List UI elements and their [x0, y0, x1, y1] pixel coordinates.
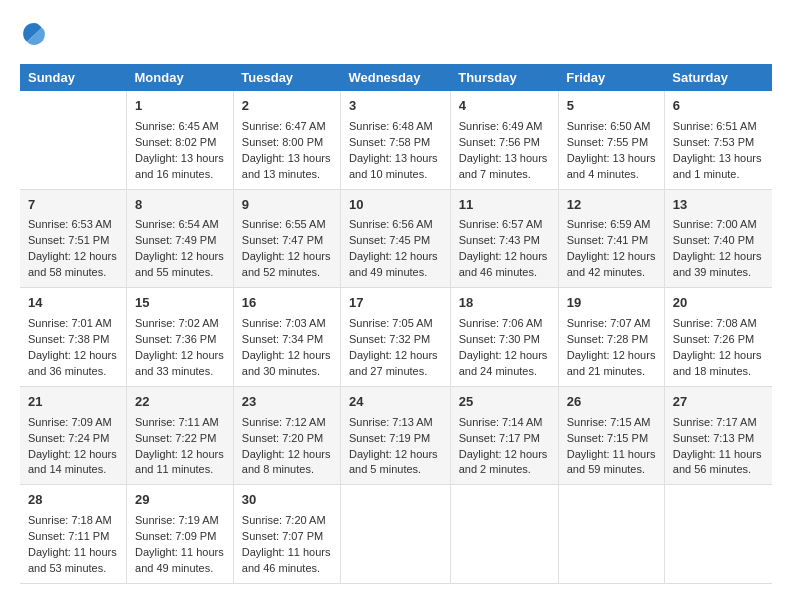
daylight-text: Daylight: 11 hours and 46 minutes. [242, 545, 332, 577]
sunrise-text: Sunrise: 6:50 AM [567, 119, 656, 135]
day-number: 5 [567, 97, 656, 116]
calendar-cell: 13Sunrise: 7:00 AMSunset: 7:40 PMDayligh… [664, 189, 772, 288]
day-number: 27 [673, 393, 764, 412]
calendar-cell [340, 485, 450, 584]
daylight-text: Daylight: 12 hours and 14 minutes. [28, 447, 118, 479]
calendar-week-row: 1Sunrise: 6:45 AMSunset: 8:02 PMDaylight… [20, 91, 772, 189]
daylight-text: Daylight: 12 hours and 30 minutes. [242, 348, 332, 380]
sunrise-text: Sunrise: 7:03 AM [242, 316, 332, 332]
day-number: 22 [135, 393, 225, 412]
sunset-text: Sunset: 7:43 PM [459, 233, 550, 249]
daylight-text: Daylight: 12 hours and 46 minutes. [459, 249, 550, 281]
daylight-text: Daylight: 12 hours and 49 minutes. [349, 249, 442, 281]
sunset-text: Sunset: 7:32 PM [349, 332, 442, 348]
calendar-cell: 21Sunrise: 7:09 AMSunset: 7:24 PMDayligh… [20, 386, 127, 485]
sunrise-text: Sunrise: 7:19 AM [135, 513, 225, 529]
sunset-text: Sunset: 7:58 PM [349, 135, 442, 151]
daylight-text: Daylight: 11 hours and 59 minutes. [567, 447, 656, 479]
calendar-cell: 8Sunrise: 6:54 AMSunset: 7:49 PMDaylight… [127, 189, 234, 288]
calendar-cell: 2Sunrise: 6:47 AMSunset: 8:00 PMDaylight… [233, 91, 340, 189]
day-number: 26 [567, 393, 656, 412]
calendar-cell [558, 485, 664, 584]
calendar-cell: 28Sunrise: 7:18 AMSunset: 7:11 PMDayligh… [20, 485, 127, 584]
sunset-text: Sunset: 7:26 PM [673, 332, 764, 348]
day-number: 25 [459, 393, 550, 412]
sunrise-text: Sunrise: 7:06 AM [459, 316, 550, 332]
header-day: Thursday [450, 64, 558, 91]
daylight-text: Daylight: 12 hours and 39 minutes. [673, 249, 764, 281]
sunset-text: Sunset: 7:41 PM [567, 233, 656, 249]
calendar-cell: 14Sunrise: 7:01 AMSunset: 7:38 PMDayligh… [20, 288, 127, 387]
sunset-text: Sunset: 7:24 PM [28, 431, 118, 447]
sunrise-text: Sunrise: 6:56 AM [349, 217, 442, 233]
day-number: 30 [242, 491, 332, 510]
daylight-text: Daylight: 13 hours and 10 minutes. [349, 151, 442, 183]
daylight-text: Daylight: 11 hours and 56 minutes. [673, 447, 764, 479]
sunrise-text: Sunrise: 7:17 AM [673, 415, 764, 431]
day-number: 15 [135, 294, 225, 313]
sunset-text: Sunset: 7:15 PM [567, 431, 656, 447]
sunset-text: Sunset: 7:20 PM [242, 431, 332, 447]
daylight-text: Daylight: 12 hours and 2 minutes. [459, 447, 550, 479]
sunrise-text: Sunrise: 7:09 AM [28, 415, 118, 431]
day-number: 12 [567, 196, 656, 215]
sunset-text: Sunset: 7:34 PM [242, 332, 332, 348]
sunrise-text: Sunrise: 7:14 AM [459, 415, 550, 431]
calendar-cell: 27Sunrise: 7:17 AMSunset: 7:13 PMDayligh… [664, 386, 772, 485]
daylight-text: Daylight: 12 hours and 18 minutes. [673, 348, 764, 380]
logo [20, 20, 52, 48]
day-number: 10 [349, 196, 442, 215]
sunrise-text: Sunrise: 6:54 AM [135, 217, 225, 233]
day-number: 2 [242, 97, 332, 116]
day-number: 18 [459, 294, 550, 313]
sunrise-text: Sunrise: 7:13 AM [349, 415, 442, 431]
calendar-table: SundayMondayTuesdayWednesdayThursdayFrid… [20, 64, 772, 584]
daylight-text: Daylight: 12 hours and 24 minutes. [459, 348, 550, 380]
calendar-cell: 10Sunrise: 6:56 AMSunset: 7:45 PMDayligh… [340, 189, 450, 288]
day-number: 11 [459, 196, 550, 215]
sunrise-text: Sunrise: 7:18 AM [28, 513, 118, 529]
daylight-text: Daylight: 13 hours and 4 minutes. [567, 151, 656, 183]
sunrise-text: Sunrise: 6:59 AM [567, 217, 656, 233]
calendar-cell: 12Sunrise: 6:59 AMSunset: 7:41 PMDayligh… [558, 189, 664, 288]
calendar-cell: 7Sunrise: 6:53 AMSunset: 7:51 PMDaylight… [20, 189, 127, 288]
daylight-text: Daylight: 12 hours and 27 minutes. [349, 348, 442, 380]
day-number: 1 [135, 97, 225, 116]
sunset-text: Sunset: 7:28 PM [567, 332, 656, 348]
sunset-text: Sunset: 8:00 PM [242, 135, 332, 151]
sunrise-text: Sunrise: 6:55 AM [242, 217, 332, 233]
daylight-text: Daylight: 12 hours and 21 minutes. [567, 348, 656, 380]
sunset-text: Sunset: 7:17 PM [459, 431, 550, 447]
sunset-text: Sunset: 7:51 PM [28, 233, 118, 249]
sunset-text: Sunset: 7:07 PM [242, 529, 332, 545]
calendar-cell: 23Sunrise: 7:12 AMSunset: 7:20 PMDayligh… [233, 386, 340, 485]
calendar-cell: 5Sunrise: 6:50 AMSunset: 7:55 PMDaylight… [558, 91, 664, 189]
sunset-text: Sunset: 7:45 PM [349, 233, 442, 249]
calendar-cell: 17Sunrise: 7:05 AMSunset: 7:32 PMDayligh… [340, 288, 450, 387]
header-day: Wednesday [340, 64, 450, 91]
daylight-text: Daylight: 13 hours and 1 minute. [673, 151, 764, 183]
header-day: Monday [127, 64, 234, 91]
daylight-text: Daylight: 11 hours and 53 minutes. [28, 545, 118, 577]
daylight-text: Daylight: 13 hours and 7 minutes. [459, 151, 550, 183]
header-row: SundayMondayTuesdayWednesdayThursdayFrid… [20, 64, 772, 91]
calendar-cell: 20Sunrise: 7:08 AMSunset: 7:26 PMDayligh… [664, 288, 772, 387]
day-number: 20 [673, 294, 764, 313]
sunrise-text: Sunrise: 6:49 AM [459, 119, 550, 135]
header-day: Friday [558, 64, 664, 91]
calendar-cell: 9Sunrise: 6:55 AMSunset: 7:47 PMDaylight… [233, 189, 340, 288]
daylight-text: Daylight: 13 hours and 16 minutes. [135, 151, 225, 183]
sunrise-text: Sunrise: 6:53 AM [28, 217, 118, 233]
sunrise-text: Sunrise: 7:20 AM [242, 513, 332, 529]
calendar-cell: 24Sunrise: 7:13 AMSunset: 7:19 PMDayligh… [340, 386, 450, 485]
calendar-week-row: 21Sunrise: 7:09 AMSunset: 7:24 PMDayligh… [20, 386, 772, 485]
sunset-text: Sunset: 7:53 PM [673, 135, 764, 151]
daylight-text: Daylight: 12 hours and 36 minutes. [28, 348, 118, 380]
day-number: 9 [242, 196, 332, 215]
sunset-text: Sunset: 7:36 PM [135, 332, 225, 348]
calendar-cell: 16Sunrise: 7:03 AMSunset: 7:34 PMDayligh… [233, 288, 340, 387]
day-number: 19 [567, 294, 656, 313]
daylight-text: Daylight: 11 hours and 49 minutes. [135, 545, 225, 577]
header-day: Saturday [664, 64, 772, 91]
sunrise-text: Sunrise: 7:07 AM [567, 316, 656, 332]
